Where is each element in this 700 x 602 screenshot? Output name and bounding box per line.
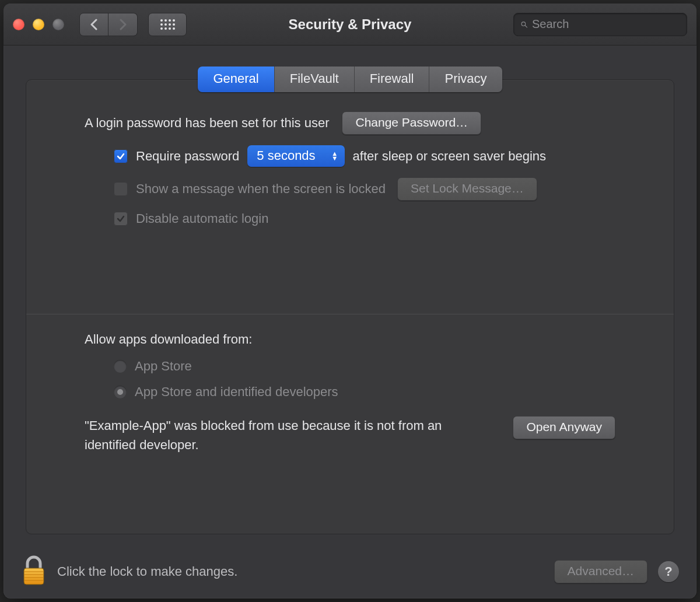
delay-value: 5 seconds — [257, 148, 315, 163]
svg-point-0 — [160, 19, 163, 22]
allow-identified-developers-label: App Store and identified developers — [135, 384, 338, 400]
updown-arrows-icon: ▲▼ — [328, 151, 341, 160]
advanced-button[interactable]: Advanced… — [554, 560, 648, 583]
svg-rect-14 — [24, 568, 44, 584]
require-password-label: Require password — [136, 149, 239, 164]
gatekeeper-section-label: Allow apps downloaded from: — [85, 332, 615, 347]
disable-auto-login-checkbox[interactable] — [114, 212, 128, 226]
tab-firewall[interactable]: Firewall — [355, 66, 430, 92]
nav-buttons — [79, 13, 138, 36]
show-lock-message-checkbox[interactable] — [114, 182, 128, 196]
svg-point-1 — [164, 19, 167, 22]
require-password-suffix: after sleep or screen saver begins — [353, 149, 546, 164]
tab-bar: General FileVault Firewall Privacy — [26, 66, 674, 92]
chevron-right-icon — [119, 19, 127, 30]
footer-bar: Click the lock to make changes. Advanced… — [4, 545, 696, 598]
section-divider — [26, 314, 674, 314]
svg-point-2 — [169, 19, 171, 22]
login-password-status: A login password has been set for this u… — [85, 116, 329, 131]
svg-point-11 — [173, 27, 175, 30]
tab-filevault[interactable]: FileVault — [275, 66, 355, 92]
window-controls — [13, 19, 64, 30]
set-lock-message-button[interactable]: Set Lock Message… — [397, 177, 537, 201]
tab-panel-general: A login password has been set for this u… — [26, 79, 674, 534]
lock-hint-text: Click the lock to make changes. — [57, 564, 237, 579]
svg-line-13 — [525, 25, 527, 27]
minimize-window-button[interactable] — [33, 19, 44, 30]
grid-icon — [160, 19, 175, 30]
help-button[interactable]: ? — [658, 561, 679, 582]
search-icon — [521, 19, 527, 30]
show-all-button[interactable] — [148, 13, 187, 36]
tab-general[interactable]: General — [198, 66, 274, 92]
back-button[interactable] — [79, 13, 108, 36]
search-field[interactable] — [513, 13, 687, 36]
show-lock-message-label: Show a message when the screen is locked — [136, 181, 386, 197]
question-mark-icon: ? — [664, 564, 672, 579]
require-password-checkbox[interactable] — [114, 149, 128, 163]
blocked-app-message: "Example-App" was blocked from use becau… — [85, 416, 489, 454]
require-password-delay-select[interactable]: 5 seconds ▲▼ — [247, 145, 344, 167]
svg-point-7 — [173, 23, 175, 26]
allow-appstore-radio[interactable] — [114, 360, 127, 373]
title-bar: Security & Privacy — [4, 4, 696, 46]
svg-point-6 — [169, 23, 171, 26]
tab-privacy[interactable]: Privacy — [429, 66, 502, 92]
allow-appstore-label: App Store — [135, 359, 192, 374]
content-area: General FileVault Firewall Privacy A log… — [4, 46, 696, 534]
disable-auto-login-label: Disable automatic login — [136, 211, 268, 226]
allow-identified-developers-radio[interactable] — [114, 386, 127, 398]
close-window-button[interactable] — [13, 19, 24, 30]
search-input[interactable] — [532, 18, 680, 31]
lock-icon[interactable] — [21, 555, 47, 588]
open-anyway-button[interactable]: Open Anyway — [513, 416, 615, 439]
zoom-window-button[interactable] — [52, 19, 64, 30]
svg-point-4 — [160, 23, 163, 26]
svg-point-9 — [164, 27, 167, 30]
preferences-window: Security & Privacy General FileVault Fir… — [4, 4, 696, 598]
svg-point-8 — [160, 27, 163, 30]
change-password-button[interactable]: Change Password… — [342, 111, 481, 135]
forward-button[interactable] — [108, 13, 138, 36]
chevron-left-icon — [90, 19, 98, 30]
checkmark-icon — [116, 152, 125, 161]
svg-point-12 — [522, 22, 526, 26]
checkmark-icon — [116, 214, 125, 223]
svg-point-5 — [164, 23, 167, 26]
svg-point-10 — [169, 27, 171, 30]
svg-point-3 — [173, 19, 175, 22]
